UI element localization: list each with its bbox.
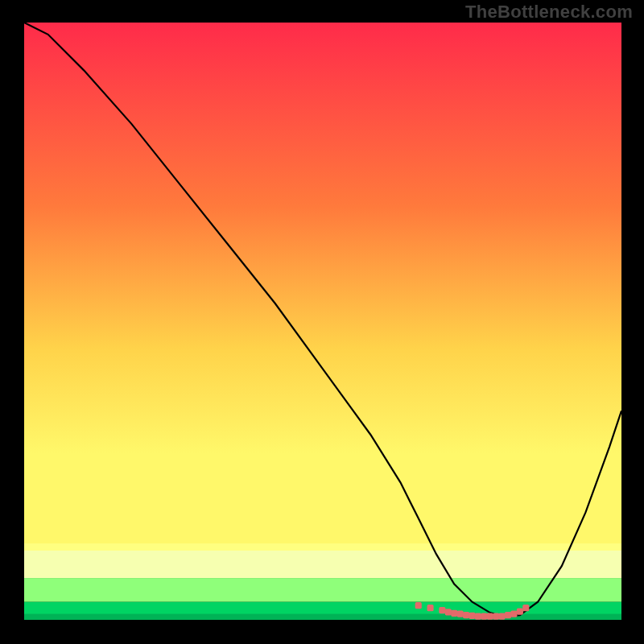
band-light — [24, 548, 621, 578]
optimal-marker — [493, 613, 499, 619]
optimal-marker — [487, 613, 493, 619]
watermark-text: TheBottleneck.com — [465, 2, 633, 23]
chart-frame: TheBottleneck.com — [0, 0, 644, 644]
optimal-marker — [499, 613, 506, 619]
optimal-marker — [481, 613, 487, 619]
band-green-light — [24, 578, 621, 602]
optimal-marker — [517, 609, 523, 615]
optimal-marker — [451, 610, 457, 617]
band-green-edge — [24, 614, 621, 620]
optimal-marker — [505, 612, 511, 618]
optimal-marker — [457, 610, 464, 617]
plot-area — [24, 23, 621, 620]
optimal-marker — [445, 609, 452, 615]
optimal-marker — [439, 607, 445, 613]
band-yellow-ridge — [24, 543, 621, 551]
optimal-marker — [475, 613, 481, 619]
optimal-marker — [427, 605, 433, 611]
optimal-marker — [522, 605, 529, 611]
optimal-marker — [463, 612, 469, 618]
optimal-marker — [415, 602, 422, 609]
chart-svg — [24, 23, 621, 620]
optimal-marker — [469, 613, 475, 619]
optimal-marker — [510, 610, 517, 617]
gradient-body — [24, 23, 621, 548]
